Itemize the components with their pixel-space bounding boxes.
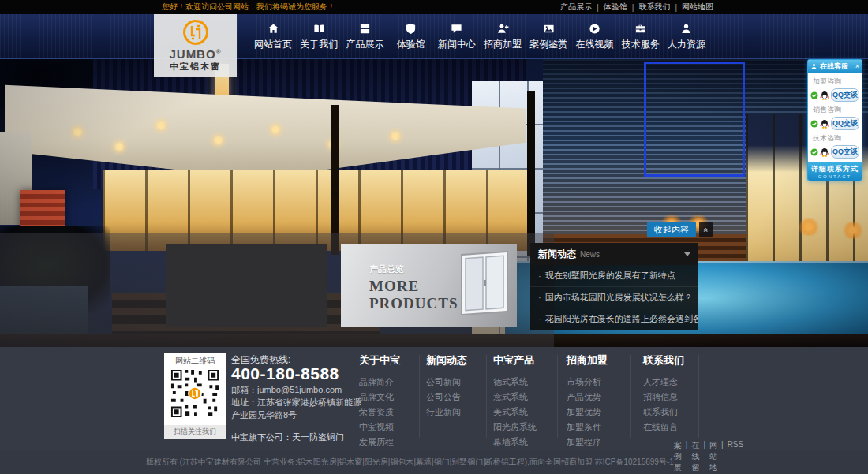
footer-column-about: 关于中宝 品牌简介 品牌文化 荣誉资质 中宝视频 发展历程 品牌形象 — [359, 353, 422, 465]
hotline-number: 400-180-8588 — [231, 368, 364, 380]
footer-link[interactable]: 品牌简介 — [359, 375, 422, 390]
bottom-link-rss[interactable]: RSS — [728, 440, 744, 474]
close-icon[interactable]: × — [855, 63, 859, 70]
main-nav-menu: 网站首页 关于我们 产品展示 体验馆 新闻中心 招商加盟 — [254, 14, 705, 59]
qq-penguin-icon — [820, 147, 829, 157]
top-link-sitemap[interactable]: 网站地图 — [682, 2, 713, 13]
qq-chat-row[interactable]: QQ交谈 — [810, 88, 859, 102]
nav-item-news[interactable]: 新闻中心 — [438, 22, 476, 51]
contact-details-sub: CONTACT — [818, 174, 852, 179]
site-logo[interactable]: JUMBO® 中宝铝木窗 — [154, 14, 237, 77]
page: 您好！欢迎访问公司网站，我们将竭诚为您服务！ 产品展示 | 体验馆 | 联系我们… — [0, 0, 868, 474]
news-item-text: 国内市场花园阳光房发展状况怎么样？ — [545, 292, 693, 304]
book-icon — [313, 22, 325, 35]
qq-chat-button[interactable]: QQ交谈 — [831, 88, 859, 102]
qr-card: 网站二维码 扫描关注我们 — [164, 353, 226, 439]
footer-link[interactable]: 招聘信息 — [643, 390, 706, 405]
footer-divider — [630, 355, 631, 438]
qr-code — [170, 368, 220, 419]
collapse-content-button[interactable]: 收起内容 — [647, 222, 696, 237]
news-panel-header: 新闻动态 News — [530, 243, 698, 265]
main-nav-bar: 网站首页 关于我们 产品展示 体验馆 新闻中心 招商加盟 — [0, 14, 868, 59]
footer-address: 地址：江苏省张家港妙桥镇新能源产业园兄华路8号 — [231, 396, 364, 421]
product-promo-dark-box — [166, 244, 327, 327]
top-link-contact[interactable]: 联系我们 — [638, 2, 670, 13]
jumbo-emblem-icon — [182, 19, 209, 46]
nav-item-tech-service[interactable]: 技术服务 — [622, 22, 660, 51]
chat-group-label: 技术咨询 — [810, 132, 859, 145]
footer-link[interactable]: 德式系统 — [493, 375, 556, 390]
qq-chat-row[interactable]: QQ交谈 — [810, 117, 859, 130]
footer: 网站二维码 扫描关注我们 全国免费热线: 400-180-8588 邮箱：jum… — [0, 347, 868, 450]
bottom-link-cases[interactable]: 案例展示 — [674, 440, 682, 474]
top-link-products[interactable]: 产品展示 — [560, 2, 592, 13]
chevron-down-icon[interactable] — [684, 252, 690, 256]
chat-widget-title: 在线客服 — [820, 62, 848, 72]
footer-link[interactable]: 联系我们 — [643, 405, 706, 420]
news-subtitle: News — [580, 250, 600, 259]
more-products-title: PRODUCTS — [369, 295, 458, 312]
footer-link[interactable]: 发展历程 — [359, 435, 422, 450]
footer-link[interactable]: 公司公告 — [426, 390, 489, 405]
qq-chat-button[interactable]: QQ交谈 — [831, 145, 859, 159]
nav-item-label: 产品展示 — [346, 38, 383, 51]
footer-link[interactable]: 阳光房系统 — [493, 420, 556, 435]
footer-column-title: 新闻动态 — [426, 353, 489, 368]
top-link-experience[interactable]: 体验馆 — [604, 2, 627, 13]
footer-link[interactable]: 加盟优势 — [567, 405, 630, 420]
footer-email: 邮箱：jumbo@51jumbo.com — [231, 383, 364, 396]
bottom-links: 案例展示 | 在线留言 | 网站地图 | RSS — [674, 440, 743, 474]
footer-link[interactable]: 意式系统 — [493, 390, 556, 405]
qq-chat-row[interactable]: QQ交谈 — [810, 145, 859, 159]
nav-item-hr[interactable]: 人力资源 — [668, 22, 705, 51]
bottom-link-message[interactable]: 在线留言 — [691, 440, 699, 474]
footer-link[interactable]: 品牌文化 — [359, 390, 422, 405]
nav-item-experience[interactable]: 体验馆 — [392, 22, 430, 51]
footer-link[interactable]: 幕墙系统 — [493, 435, 556, 450]
footer-link[interactable]: 加盟程序 — [567, 435, 630, 450]
nav-item-label: 人力资源 — [668, 38, 705, 51]
footer-link[interactable]: 公司新闻 — [426, 375, 489, 390]
collapse-arrows-button[interactable]: « — [699, 222, 713, 237]
chat-icon — [451, 22, 462, 35]
bottom-bar: 版权所有 (江苏中宝建材有限公司 主营业务:铝木阳光房|铝木窗|阳光房|铜包木|… — [0, 450, 868, 474]
footer-column-title: 招商加盟 — [567, 353, 630, 368]
footer-link[interactable]: 产品优势 — [567, 390, 630, 405]
contact-details-button[interactable]: 详细联系方式 CONTACT — [808, 162, 862, 181]
online-status-icon — [810, 91, 818, 99]
nav-item-cases[interactable]: 案例鉴赏 — [529, 22, 567, 51]
footer-link[interactable]: 荣誉资质 — [359, 405, 422, 420]
footer-link[interactable]: 中宝视频 — [359, 420, 422, 435]
footer-link[interactable]: 行业新闻 — [426, 405, 489, 420]
person-icon — [810, 63, 817, 70]
footer-link[interactable]: 在线留言 — [643, 420, 706, 435]
qq-chat-button[interactable]: QQ交谈 — [831, 117, 859, 130]
nav-item-label: 技术服务 — [622, 38, 660, 51]
news-item[interactable]: · 国内市场花园阳光房发展状况怎么样？ — [530, 286, 698, 308]
nav-item-videos[interactable]: 在线视频 — [576, 22, 614, 51]
footer-column-contact: 联系我们 人才理念 招聘信息 联系我们 在线留言 — [643, 353, 706, 435]
footer-column-title: 中宝产品 — [493, 353, 556, 368]
welcome-text: 您好！欢迎访问公司网站，我们将竭诚为您服务！ — [162, 2, 335, 13]
nav-item-products[interactable]: 产品展示 — [346, 22, 383, 51]
more-products-panel[interactable]: 产品总览 MORE PRODUCTS — [341, 244, 517, 327]
hero-banner: 收起内容 « 新闻动态 News · 现在别墅阳光房的发展有了新特点 · 国内市… — [0, 59, 868, 347]
contact-details-label: 详细联系方式 — [811, 164, 859, 174]
news-item[interactable]: · 现在别墅阳光房的发展有了新特点 — [530, 265, 698, 286]
footer-link[interactable]: 加盟条件 — [567, 420, 630, 435]
news-item[interactable]: · 花园阳光房在漫长的道路上必然会遇到各种挑战 — [530, 308, 698, 329]
nav-item-home[interactable]: 网站首页 — [254, 22, 292, 51]
news-item-text: 现在别墅阳光房的发展有了新特点 — [545, 270, 675, 282]
footer-link[interactable]: 人才理念 — [643, 375, 706, 390]
nav-item-label: 新闻中心 — [438, 38, 476, 51]
top-bar: 您好！欢迎访问公司网站，我们将竭诚为您服务！ 产品展示 | 体验馆 | 联系我们… — [0, 0, 868, 14]
footer-link[interactable]: 市场分析 — [567, 375, 630, 390]
qr-caption: 扫描关注我们 — [164, 425, 226, 439]
bottom-link-sitemap[interactable]: 网站地图 — [709, 440, 717, 474]
nav-item-about[interactable]: 关于我们 — [300, 22, 338, 51]
qq-penguin-icon — [820, 119, 829, 129]
footer-link[interactable]: 美式系统 — [493, 405, 556, 420]
separator: | — [721, 440, 724, 474]
nav-item-franchise[interactable]: 招商加盟 — [484, 22, 522, 51]
bullet: · — [538, 271, 541, 281]
